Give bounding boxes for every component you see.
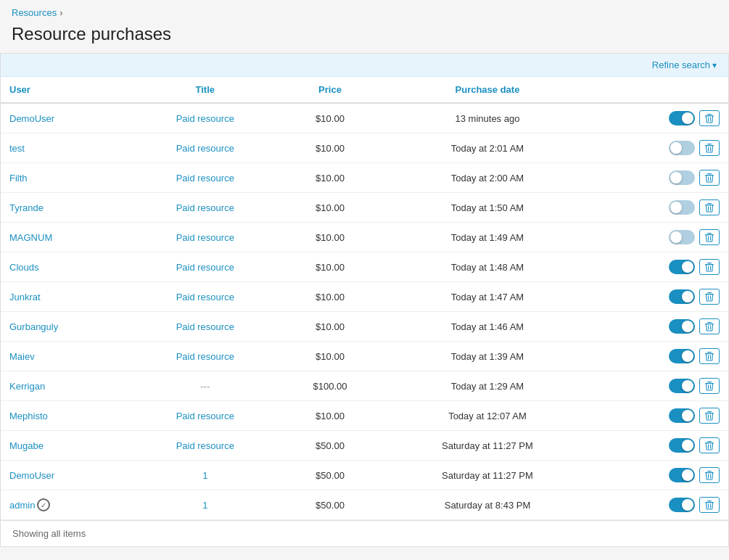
title-cell: --- [131, 371, 279, 401]
table-row: CloudsPaid resource$10.00Today at 1:48 A… [1, 252, 728, 282]
title-link[interactable]: Paid resource [176, 173, 234, 184]
refine-bar: Refine search [1, 54, 728, 77]
toggle-button[interactable] [669, 170, 695, 185]
title-cell: Paid resource [131, 342, 279, 371]
user-link[interactable]: Tyrande [9, 202, 44, 213]
user-link[interactable]: DemoUser [9, 470, 54, 481]
delete-button[interactable] [699, 497, 720, 513]
title-cell: Paid resource [131, 193, 279, 223]
delete-button[interactable] [699, 199, 720, 215]
title-link[interactable]: Paid resource [176, 321, 234, 332]
title-link[interactable]: 1 [202, 470, 207, 481]
title-link[interactable]: 1 [202, 500, 207, 511]
title-cell: Paid resource [131, 431, 279, 461]
user-link[interactable]: Maiev [9, 351, 35, 362]
delete-button[interactable] [699, 170, 720, 186]
svg-rect-37 [707, 382, 712, 382]
date-cell: Today at 1:47 AM [381, 282, 594, 312]
toggle-button[interactable] [669, 379, 695, 393]
table-footer: Showing all items [1, 520, 728, 546]
toggle-thumb [670, 142, 682, 154]
toggle-thumb [682, 410, 693, 421]
page-title: Resource purchases [0, 21, 729, 53]
user-link[interactable]: test [9, 143, 25, 154]
title-link[interactable]: Paid resource [176, 143, 234, 154]
user-link[interactable]: Mugabe [9, 440, 44, 451]
actions-cell [594, 282, 728, 311]
delete-button[interactable] [699, 229, 720, 245]
toggle-button[interactable] [669, 111, 695, 125]
toggle-button[interactable] [669, 260, 695, 274]
user-link[interactable]: Mephisto [9, 411, 48, 421]
price-cell: $50.00 [279, 431, 381, 461]
delete-button[interactable] [699, 140, 720, 156]
actions-cell [594, 104, 728, 133]
date-cell: Saturday at 8:43 PM [381, 490, 594, 520]
user-link[interactable]: Kerrigan [9, 381, 45, 392]
title-link[interactable]: Paid resource [176, 351, 234, 362]
breadcrumb-resources-link[interactable]: Resources [12, 7, 57, 18]
toggle-button[interactable] [669, 438, 695, 453]
toggle-button[interactable] [669, 498, 695, 512]
delete-button[interactable] [699, 348, 720, 364]
user-link[interactable]: Clouds [9, 262, 38, 273]
price-cell: $10.00 [279, 223, 381, 252]
delete-button[interactable] [699, 378, 720, 394]
table-row: JunkratPaid resource$10.00Today at 1:47 … [1, 282, 728, 312]
toggle-button[interactable] [669, 319, 695, 334]
toggle-thumb [670, 231, 682, 243]
title-link[interactable]: Paid resource [176, 202, 234, 213]
admin-user-cell: admin✓ [9, 498, 50, 511]
price-cell: $10.00 [279, 312, 381, 342]
user-link[interactable]: MAGNUM [9, 232, 52, 243]
date-cell: Saturday at 11:27 PM [381, 431, 594, 461]
title-link[interactable]: Paid resource [176, 262, 234, 273]
toggle-button[interactable] [669, 468, 695, 482]
admin-check-icon: ✓ [37, 498, 50, 511]
svg-rect-17 [707, 233, 712, 234]
toggle-button[interactable] [669, 230, 695, 244]
toggle-thumb [682, 321, 693, 332]
price-cell: $100.00 [279, 371, 381, 401]
breadcrumb: Resources › [0, 0, 729, 21]
user-link[interactable]: Gurbanguly [9, 321, 58, 332]
purchases-table: User Title Price Purchase date DemoUserP… [1, 77, 728, 520]
toggle-button[interactable] [669, 408, 695, 423]
title-link[interactable]: Paid resource [176, 411, 234, 421]
title-link[interactable]: Paid resource [176, 440, 234, 451]
date-cell: 13 minutes ago [381, 103, 594, 133]
delete-button[interactable] [699, 408, 720, 424]
title-link[interactable]: Paid resource [176, 292, 234, 302]
user-link[interactable]: DemoUser [9, 113, 54, 124]
toggle-thumb [682, 469, 693, 481]
table-row: TyrandePaid resource$10.00Today at 1:50 … [1, 193, 728, 223]
toggle-button[interactable] [669, 349, 695, 363]
table-row: FilthPaid resource$10.00Today at 2:00 AM [1, 163, 728, 193]
toggle-button[interactable] [669, 200, 695, 215]
svg-rect-13 [707, 203, 712, 204]
title-cell: 1 [131, 490, 279, 520]
delete-button[interactable] [699, 318, 720, 334]
title-link[interactable]: Paid resource [176, 113, 234, 124]
delete-button[interactable] [699, 110, 720, 126]
refine-search-button[interactable]: Refine search [652, 59, 717, 70]
toggle-button[interactable] [669, 289, 695, 304]
svg-rect-45 [707, 441, 712, 442]
title-link[interactable]: Paid resource [176, 232, 234, 243]
title-cell: Paid resource [131, 312, 279, 342]
price-cell: $10.00 [279, 103, 381, 133]
col-header-title: Title [131, 77, 279, 103]
delete-button[interactable] [699, 289, 720, 305]
title-cell: 1 [131, 461, 279, 490]
delete-button[interactable] [699, 259, 720, 275]
date-cell: Today at 2:01 AM [381, 133, 594, 163]
price-cell: $10.00 [279, 282, 381, 312]
title-cell: Paid resource [131, 103, 279, 133]
delete-button[interactable] [699, 467, 720, 483]
toggle-button[interactable] [669, 141, 695, 155]
delete-button[interactable] [699, 437, 720, 453]
user-link[interactable]: Filth [9, 173, 28, 184]
user-link[interactable]: admin [9, 500, 35, 511]
user-link[interactable]: Junkrat [9, 292, 41, 302]
svg-rect-41 [707, 411, 712, 412]
